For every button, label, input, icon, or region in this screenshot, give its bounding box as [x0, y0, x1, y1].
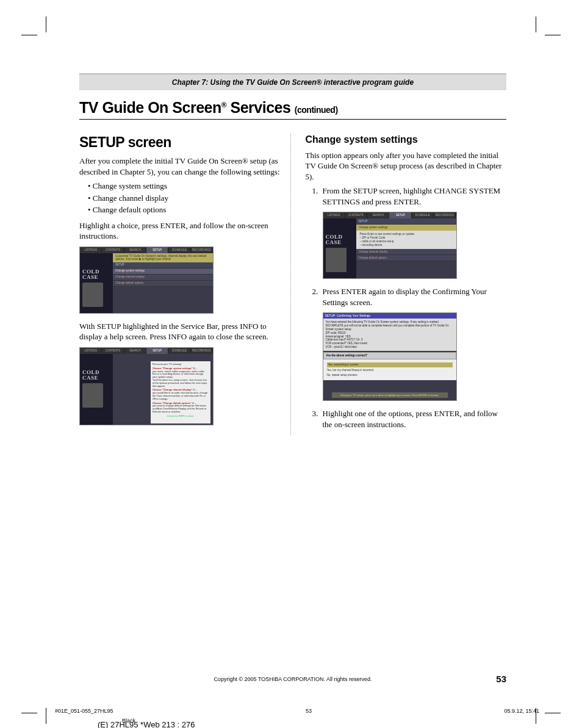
- ss-tab-active: SETUP: [389, 212, 411, 218]
- ss-tab-active: SETUP: [146, 247, 168, 253]
- screenshot-setup-list: LISTINGS CONTENTS SEARCH SETUP SCHEDULE …: [79, 247, 214, 314]
- setup-bullets: Change system settings Change channel di…: [88, 181, 281, 215]
- ss-opt-selected: Yes, everything is correct: [327, 362, 453, 367]
- title-services: Services: [226, 99, 295, 116]
- ss-info-g2-item: you would like to re-order channel locat…: [153, 391, 207, 400]
- ss-tab: CONTENTS: [102, 348, 124, 354]
- ss-info-g3-item: you want to change default settings for …: [153, 404, 206, 413]
- step-3-text: Highlight one of the options, press ENTE…: [323, 409, 498, 429]
- title-main: TV Guide On Screen: [79, 99, 221, 116]
- setup-p2: Highlight a choice, press ENTER, and fol…: [79, 220, 281, 242]
- ss-tab: RECORDINGS: [191, 348, 213, 354]
- title-rule: [79, 119, 506, 120]
- ss-row: Change channel display: [113, 275, 213, 281]
- ss-face-image: [326, 248, 347, 272]
- ss-tab: SEARCH: [124, 348, 146, 354]
- ss-tab: SCHEDULE: [168, 247, 190, 253]
- screenshot-help-info: LISTINGS CONTENTS SEARCH SETUP SCHEDULE …: [79, 347, 214, 425]
- ss-tab: LISTINGS: [80, 348, 102, 354]
- ss-tab: LISTINGS: [323, 212, 345, 218]
- ss-confirm-top: You have entered the following TV Guide …: [323, 319, 456, 351]
- step-2-text: Press ENTER again to display the Confirm…: [323, 287, 487, 307]
- ss-confirm-question: Are the above settings correct?: [323, 352, 456, 359]
- ss-box: Press Enter to see current settings or u…: [356, 231, 456, 249]
- page-number: 53: [496, 674, 506, 684]
- ss-info-g1-note: You'll be taken to a setup screen. Just …: [153, 378, 207, 387]
- ss-tab: RECORDINGS: [434, 212, 456, 218]
- change-settings-steps: From the SETUP screen, highlight CHANGE …: [320, 186, 507, 430]
- ss-row: Change default options: [113, 281, 213, 287]
- ss-show-title: COLD CASE: [80, 354, 113, 381]
- ss-confirm-opts: Yes, everything is correct Yes, but my c…: [323, 359, 456, 380]
- ss-confirm-title: SETUP: Confirming Your Settings: [323, 313, 456, 319]
- ss-tab: SEARCH: [124, 247, 146, 253]
- screenshot-confirm: SETUP: Confirming Your Settings You have…: [323, 312, 457, 401]
- change-settings-heading: Change system settings: [306, 133, 507, 146]
- ss-tab: SCHEDULE: [412, 212, 434, 218]
- ss-show-title: COLD CASE: [80, 253, 113, 280]
- ss-row: Change system settings: [113, 268, 213, 275]
- ss-setup-label: SETUP: [113, 262, 213, 268]
- left-column: SETUP screen After you complete the init…: [79, 133, 291, 435]
- page-content: Chapter 7: Using the TV Guide On Screen®…: [79, 73, 506, 435]
- ss-info-panel: Fine-tune your TV viewing! Choose "Chang…: [151, 361, 210, 423]
- chapter-bar: Chapter 7: Using the TV Guide On Screen®…: [79, 73, 506, 90]
- ss-confirm-foot: Using your TV remote, press up or down t…: [332, 392, 448, 398]
- ss-tab: RECORDINGS: [191, 247, 213, 253]
- ss-row: Change default options: [356, 255, 456, 261]
- step-1: From the SETUP screen, highlight CHANGE …: [320, 186, 507, 279]
- page-title: TV Guide On Screen® Services (continued): [79, 99, 506, 117]
- ss-tab-active: SETUP: [146, 348, 168, 354]
- title-continued: (continued): [295, 105, 338, 115]
- bullet-item: Change system settings: [88, 181, 281, 192]
- ss-opt: No, repeat setup process: [327, 373, 453, 377]
- setup-p3: With SETUP highlighted in the Service Ba…: [79, 321, 281, 342]
- ss-tab: SCHEDULE: [168, 348, 190, 354]
- page-footer: Copyright © 2005 TOSHIBA CORPORATION. Al…: [79, 676, 506, 682]
- ss-face-image: [82, 383, 103, 408]
- printer-file: #01E_051-055_27HL95: [55, 708, 113, 714]
- ss-show-title: COLD CASE: [323, 218, 356, 245]
- ss-setup-label: SETUP: [356, 218, 456, 225]
- ss-row-hl: Change system settings: [356, 225, 456, 230]
- ss-tab: CONTENTS: [102, 247, 124, 253]
- step-2: Press ENTER again to display the Confirm…: [320, 286, 507, 401]
- screenshot-change-system: LISTINGS CONTENTS SEARCH SETUP SCHEDULE …: [323, 212, 457, 279]
- ss-hint: Customize TV Guide On Screen's settings,…: [113, 253, 213, 262]
- ss-tab: CONTENTS: [345, 212, 367, 218]
- step-1-text: From the SETUP screen, highlight CHANGE …: [323, 186, 501, 206]
- bullet-item: Change channel display: [88, 193, 281, 204]
- web-label: (E) 27HL95 *Web 213 : 276: [98, 720, 195, 728]
- printer-datetime: 05.9.12, 15:41: [504, 708, 539, 714]
- ss-face-image: [82, 283, 103, 307]
- ss-info-g1-item: you move, switch cable companies, add a …: [153, 370, 204, 379]
- right-column: Change system settings This option appea…: [306, 133, 507, 435]
- ss-row: Change channel display: [356, 249, 456, 255]
- title-reg: ®: [221, 101, 226, 109]
- ss-info-title: Fine-tune your TV viewing!: [153, 362, 182, 366]
- setup-heading: SETUP screen: [79, 133, 281, 152]
- copyright-text: Copyright © 2005 TOSHIBA CORPORATION. Al…: [214, 676, 372, 682]
- change-settings-p1: This option appears only after you have …: [306, 150, 507, 182]
- ss-info-press: Just press INFO to close.: [153, 414, 209, 418]
- setup-intro: After you complete the initial TV Guide …: [79, 156, 281, 177]
- ss-tab: SEARCH: [367, 212, 389, 218]
- bullet-item: Change default options: [88, 204, 281, 215]
- step-3: Highlight one of the options, press ENTE…: [320, 408, 507, 430]
- ss-tab: LISTINGS: [80, 247, 102, 253]
- ss-opt: Yes, but my channel lineup is incorrect: [327, 369, 453, 372]
- printer-pg: 53: [306, 708, 312, 714]
